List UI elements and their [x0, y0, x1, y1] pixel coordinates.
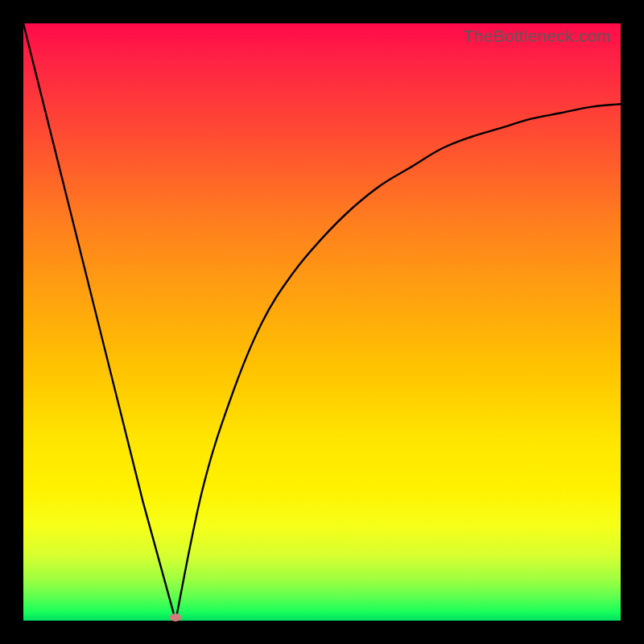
vertex-marker — [170, 613, 181, 621]
chart-frame: TheBottleneck.com — [0, 0, 644, 644]
chart-curve — [23, 23, 621, 621]
watermark-text: TheBottleneck.com — [464, 27, 611, 46]
chart-plot-area: TheBottleneck.com — [23, 23, 621, 621]
curve-path — [23, 23, 621, 621]
